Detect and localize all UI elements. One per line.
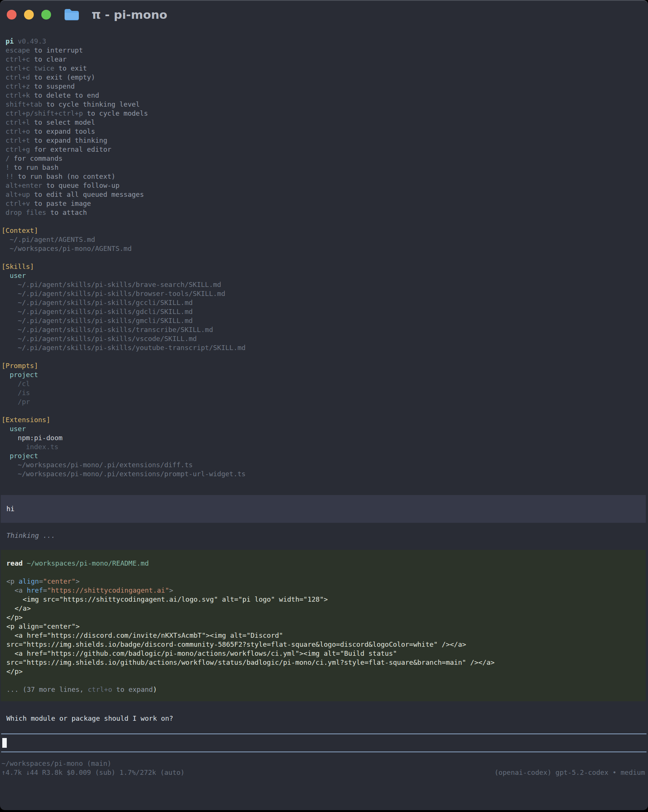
help-shortcuts: escape to interruptctrl+c to clearctrl+c…: [2, 46, 648, 217]
shortcut-line: escape to interrupt: [2, 46, 648, 55]
code-segment: <img src="https://shittycodingagent.ai/l…: [6, 595, 328, 603]
section-row: ~/.pi/agent/skills/pi-skills/gdcli/SKILL…: [2, 307, 648, 316]
user-message-text: hi: [6, 505, 15, 513]
section-row: ~/.pi/agent/skills/pi-skills/brave-searc…: [2, 280, 648, 289]
shortcut-key: ctrl+o: [6, 127, 30, 135]
shortcut-desc: to edit all queued messages: [30, 191, 144, 198]
shortcut-line: ctrl+v to paste image: [2, 199, 648, 208]
section-header: [Context]: [2, 226, 648, 235]
code-segment: href: [27, 586, 43, 594]
section-row: ~/.pi/agent/skills/pi-skills/transcribe/…: [2, 325, 648, 334]
code-segment: "https://shittycodingagent.ai": [47, 586, 169, 594]
shortcut-key: drop files: [6, 208, 46, 216]
shortcut-line: ctrl+l to select model: [2, 118, 648, 127]
code-line: <p align="center">: [6, 577, 646, 586]
code-segment: </a>: [6, 604, 31, 612]
text-cursor: [2, 738, 7, 748]
section: [Context]~/.pi/agent/AGENTS.md~/workspac…: [2, 226, 648, 253]
shortcut-desc: to run bash (no context): [14, 172, 116, 180]
code-segment: </p>: [6, 667, 23, 675]
shortcut-key: ctrl+g: [6, 145, 30, 153]
terminal-content: piv0.49.3 escape to interruptctrl+c to c…: [0, 29, 648, 777]
shortcut-line: ctrl+z to suspend: [2, 82, 648, 91]
tool-call-panel: read~/workspaces/pi-mono/README.md <p al…: [1, 550, 646, 701]
shortcut-key: ctrl+t: [6, 136, 30, 144]
code-segment: align: [19, 577, 39, 585]
shortcut-line: / for commands: [2, 154, 648, 163]
minimize-button[interactable]: [24, 10, 34, 20]
shortcut-desc: to paste image: [30, 200, 91, 207]
tool-name: read: [6, 559, 23, 567]
shortcut-line: ! to run bash: [2, 163, 648, 172]
shortcut-key: ctrl+c twice: [6, 64, 55, 72]
code-segment: </p>: [6, 613, 23, 621]
code-segment: ): [153, 685, 157, 693]
code-line: <a href="https://discord.com/invite/nKXT…: [6, 631, 646, 640]
shortcut-key: !: [6, 163, 10, 171]
app-name: pi: [6, 37, 14, 45]
section-row: ~/workspaces/pi-mono/AGENTS.md: [2, 244, 648, 253]
user-message-panel: hi: [1, 495, 646, 523]
shortcut-key: /: [6, 154, 10, 162]
section-row: ~/.pi/agent/skills/pi-skills/gmcli/SKILL…: [2, 316, 648, 325]
shortcut-desc: for commands: [10, 154, 63, 162]
blank-line: [6, 568, 646, 577]
code-line: src="https://img.shields.io/github/actio…: [6, 658, 646, 667]
shortcut-desc: to expand tools: [30, 127, 95, 135]
section-row: /is: [2, 388, 648, 397]
code-segment: <p align="center">: [6, 622, 79, 630]
code-line: <p align="center">: [6, 622, 646, 631]
shortcut-line: ctrl+o to expand tools: [2, 127, 648, 136]
window-title: π - pi-mono: [91, 8, 168, 21]
cwd-branch: ~/workspaces/pi-mono (main): [2, 759, 648, 768]
blank-line: [6, 676, 646, 685]
code-segment: ... (37 more lines,: [6, 685, 88, 693]
shortcut-line: alt+enter to queue follow-up: [2, 181, 648, 190]
code-segment: <a: [6, 586, 27, 594]
section-row: /cl: [2, 379, 648, 388]
code-line: </p>: [6, 613, 646, 622]
section-row: ~/workspaces/pi-mono/.pi/extensions/prom…: [2, 470, 648, 478]
shortcut-desc: to interrupt: [30, 46, 83, 54]
titlebar: π - pi-mono: [0, 1, 648, 29]
tool-output-code: <p align="center"> <a href="https://shit…: [6, 577, 646, 676]
shortcut-desc: to exit (empty): [30, 73, 95, 81]
code-segment: <a href="https://discord.com/invite/nKXT…: [6, 631, 283, 639]
shortcut-desc: to cycle models: [83, 109, 148, 117]
section: [Skills]user~/.pi/agent/skills/pi-skills…: [2, 262, 648, 352]
shortcut-line: drop files to attach: [2, 208, 648, 217]
folder-icon: [64, 8, 79, 21]
close-button[interactable]: [7, 10, 17, 20]
shortcut-line: shift+tab to cycle thinking level: [2, 100, 648, 109]
shortcut-key: ctrl+p/shift+ctrl+p: [6, 109, 83, 117]
prompt-input[interactable]: [1, 734, 646, 752]
section-row: project: [2, 452, 648, 461]
shortcut-key: ctrl+l: [6, 118, 30, 126]
section-row: user: [2, 424, 648, 433]
section-row: ~/.pi/agent/skills/pi-skills/browser-too…: [2, 289, 648, 298]
shortcut-desc: to attach: [46, 208, 87, 216]
code-line: <a href="https://github.com/badlogic/pi-…: [6, 649, 646, 658]
tool-call-header: read~/workspaces/pi-mono/README.md: [6, 559, 646, 568]
shortcut-line: ctrl+d to exit (empty): [2, 73, 648, 82]
section-header: [Extensions]: [2, 415, 648, 424]
shortcut-desc: to queue follow-up: [42, 182, 119, 189]
code-segment: =: [39, 577, 43, 585]
shortcut-key: ctrl+v: [6, 200, 30, 207]
shortcut-key: alt+enter: [6, 182, 43, 189]
section-row: ~/.pi/agent/skills/pi-skills/vscode/SKIL…: [2, 334, 648, 343]
model-info: (openai-codex) gpt-5.2-codex • medium: [494, 768, 645, 777]
startup-sections: [Context]~/.pi/agent/AGENTS.md~/workspac…: [2, 226, 648, 478]
section-row: ~/.pi/agent/skills/pi-skills/gccli/SKILL…: [2, 298, 648, 307]
section-header: [Prompts]: [2, 361, 648, 370]
shortcut-desc: to expand thinking: [30, 136, 107, 144]
app-version: v0.49.3: [18, 37, 46, 45]
shortcut-key: ctrl+z: [6, 82, 30, 90]
shortcut-desc: to cycle thinking level: [42, 100, 140, 108]
shortcut-line: ctrl+k to delete to end: [2, 91, 648, 100]
section-row: npm:pi-doom: [2, 433, 648, 443]
shortcut-key: ctrl+k: [6, 91, 30, 99]
shortcut-key: alt+up: [6, 191, 30, 198]
maximize-button[interactable]: [41, 10, 51, 20]
code-segment: src="https://img.shields.io/github/actio…: [6, 658, 494, 666]
